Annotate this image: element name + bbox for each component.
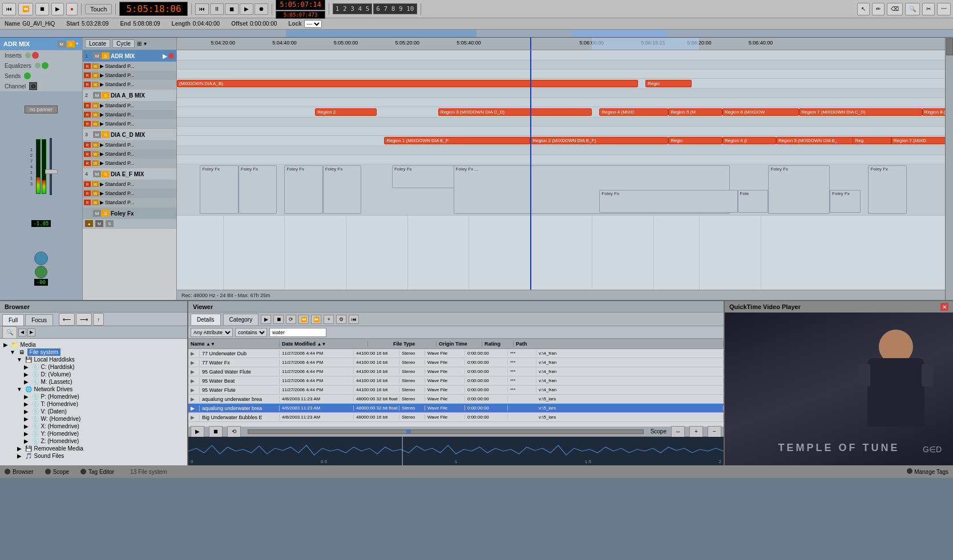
- track-2-w-2[interactable]: W: [92, 112, 99, 117]
- tab-category[interactable]: Category: [223, 314, 259, 325]
- bottom-tag-editor[interactable]: Tag Editor: [80, 469, 114, 475]
- file-row-1[interactable]: ▶ 77 Water Fx 11/27/2006 4:44 PM 44100:0…: [188, 358, 724, 367]
- scope-scrubber-thumb[interactable]: [406, 430, 411, 433]
- record-button[interactable]: ●: [66, 3, 78, 15]
- track-view-btn[interactable]: ⊞: [137, 40, 142, 47]
- eraser-tool[interactable]: ⌫: [887, 3, 903, 15]
- track-1-w-3[interactable]: W: [92, 82, 99, 87]
- browser-next-btn[interactable]: ▶: [27, 328, 35, 336]
- scrub-tool[interactable]: 〰: [937, 3, 951, 15]
- quicktime-close-btn[interactable]: ✕: [940, 303, 948, 311]
- bottom-scope[interactable]: Scope: [45, 469, 69, 475]
- stop-button[interactable]: ⏹: [35, 3, 49, 15]
- channel-knob-2[interactable]: [35, 266, 47, 278]
- region-4-4[interactable]: Region 4 (t: [722, 137, 776, 144]
- play-button[interactable]: ▶: [51, 3, 64, 15]
- tree-drive-d[interactable]: ▶ 💿 D: (Volume): [2, 371, 185, 378]
- track-3-m[interactable]: M: [93, 131, 101, 138]
- eq-enable-btn[interactable]: [42, 62, 49, 69]
- track-1-m[interactable]: M: [93, 52, 101, 59]
- search-operator-select[interactable]: contains: [235, 328, 267, 337]
- file-play-0[interactable]: ▶: [188, 351, 200, 356]
- play-half-button[interactable]: ◼: [225, 3, 239, 15]
- lock-dropdown[interactable]: ---: [304, 20, 322, 28]
- play-selection-button[interactable]: ⏸: [210, 3, 224, 15]
- tree-drive-y[interactable]: ▶ 💿 Y: (Homedrive): [2, 430, 185, 437]
- track-1-lane-3[interactable]: [177, 70, 945, 79]
- play-full-button[interactable]: ▶: [240, 3, 253, 15]
- track-4-s[interactable]: S: [102, 171, 110, 177]
- automation-mode-dropdown[interactable]: Touch: [85, 4, 112, 14]
- file-play-4[interactable]: ▶: [188, 387, 200, 393]
- tree-drive-z[interactable]: ▶ 💿 Z: (Homedrive): [2, 437, 185, 445]
- track-4-m[interactable]: M: [93, 171, 101, 177]
- channel-s-btn[interactable]: S: [67, 40, 75, 47]
- pointer-tool[interactable]: ↖: [857, 3, 870, 15]
- track-4-w-1[interactable]: W: [92, 181, 99, 187]
- file-row-0[interactable]: ▶ 77 Underwater Dub 11/27/2006 4:44 PM 4…: [188, 349, 724, 358]
- track-4-w-2[interactable]: W: [92, 190, 99, 196]
- track-2-lane-2[interactable]: [177, 89, 945, 98]
- region-3-4[interactable]: Region 4 (MIXD: [599, 108, 668, 116]
- track-4-lane-1[interactable]: Region 1 (MIXDOWN DIA E_F Region 2 (MIXD…: [177, 136, 945, 146]
- tree-removeable[interactable]: ▶ 💾 Removeable Media: [2, 445, 185, 452]
- region-dia-ab-main[interactable]: (MIXDOWN DIA A_B): [177, 80, 638, 87]
- scope-loop-btn[interactable]: ⟲: [227, 426, 241, 437]
- foley-record-btn[interactable]: ●: [85, 220, 93, 227]
- cycle-button[interactable]: Cycle: [112, 39, 135, 48]
- bottom-browser[interactable]: Browser: [5, 469, 34, 475]
- channel-knob[interactable]: [34, 251, 48, 265]
- track-2-m[interactable]: M: [93, 92, 101, 99]
- track-2-w-3[interactable]: W: [92, 121, 99, 127]
- browser-prev-btn[interactable]: ◀: [18, 328, 26, 336]
- region-3-5[interactable]: Region 5 (M: [668, 108, 722, 116]
- track-3-lane-3[interactable]: [177, 127, 945, 136]
- track-2-lane-1[interactable]: (MIXDOWN DIA A_B) Regio: [177, 79, 945, 89]
- tree-drive-w[interactable]: ▶ 💿 W: (Homedrive): [2, 415, 185, 423]
- foley-region-11[interactable]: Foley Fx: [868, 165, 906, 214]
- scope-play-btn[interactable]: ▶: [191, 426, 204, 437]
- rewind-button[interactable]: ⏪: [18, 3, 33, 15]
- file-row-2[interactable]: ▶ 95 Gated Water Flute 11/27/2006 4:44 P…: [188, 367, 724, 376]
- region-3-2[interactable]: Region 2: [315, 108, 377, 116]
- region-4-1[interactable]: Region 1 (MIXDOWN DIA E_F: [384, 137, 530, 144]
- foley-region-7[interactable]: Foley Fx: [599, 190, 737, 213]
- file-play-6[interactable]: ▶: [188, 405, 200, 411]
- track-foley-m[interactable]: M: [93, 210, 101, 217]
- file-play-3[interactable]: ▶: [188, 378, 200, 384]
- track-3-w-3[interactable]: W: [92, 160, 99, 166]
- viewer-settings-btn[interactable]: ⚙: [336, 315, 346, 324]
- track-4-r-1[interactable]: R: [84, 181, 91, 187]
- tree-network[interactable]: ▼ 🌐 Network Drives: [2, 385, 185, 393]
- tab-full[interactable]: Full: [2, 314, 24, 326]
- tree-drive-c[interactable]: ▶ 💿 C: (Harddisk): [2, 363, 185, 371]
- track-3-w-1[interactable]: W: [92, 142, 99, 148]
- viewer-prev-btn[interactable]: ⏪: [298, 315, 309, 324]
- viewer-next-btn[interactable]: ⏩: [311, 315, 321, 324]
- browser-nav-forward[interactable]: ⟶: [76, 313, 92, 326]
- track-3-r-2[interactable]: R: [84, 151, 91, 157]
- viewer-stop-btn[interactable]: ⏹: [273, 315, 284, 324]
- track-3-lane-1[interactable]: Region 2 Region 3 (MIXDOWN DIA C_D) Regi…: [177, 107, 945, 117]
- scope-zoom-in[interactable]: +: [689, 426, 703, 437]
- sends-enable-btn[interactable]: [24, 72, 31, 79]
- track-1-arrow[interactable]: ▶: [163, 53, 167, 59]
- browser-search-btn[interactable]: 🔍: [2, 326, 17, 339]
- tree-drive-p[interactable]: ▶ 💿 P: (Homedrive): [2, 393, 185, 400]
- track-3-r-3[interactable]: R: [84, 160, 91, 166]
- track-1-r-2[interactable]: R: [84, 72, 91, 78]
- region-regio-1[interactable]: Regio: [645, 80, 692, 87]
- track-4-r-3[interactable]: R: [84, 200, 91, 205]
- tree-filesystem[interactable]: ▼ 🖥 File system: [2, 348, 185, 356]
- foley-solo-btn[interactable]: S: [106, 220, 114, 227]
- zoom-tool[interactable]: 🔍: [905, 3, 920, 15]
- pencil-tool[interactable]: ✏: [872, 3, 885, 15]
- region-3-7[interactable]: Region 7 (MIXDOWN DIA C_D): [799, 108, 922, 116]
- browser-nav-back[interactable]: ⟵: [59, 313, 75, 326]
- region-3-3[interactable]: Region 3 (MIXDOWN DIA C_D): [438, 108, 592, 116]
- scope-stop-btn[interactable]: ⏹: [209, 426, 223, 437]
- foley-region-10[interactable]: Foley Fx: [830, 190, 861, 213]
- search-attribute-select[interactable]: Any Attribute: [191, 328, 233, 337]
- channel-m-btn[interactable]: M: [58, 40, 66, 47]
- file-row-3[interactable]: ▶ 95 Water Beat 11/27/2006 4:44 PM 44100…: [188, 376, 724, 385]
